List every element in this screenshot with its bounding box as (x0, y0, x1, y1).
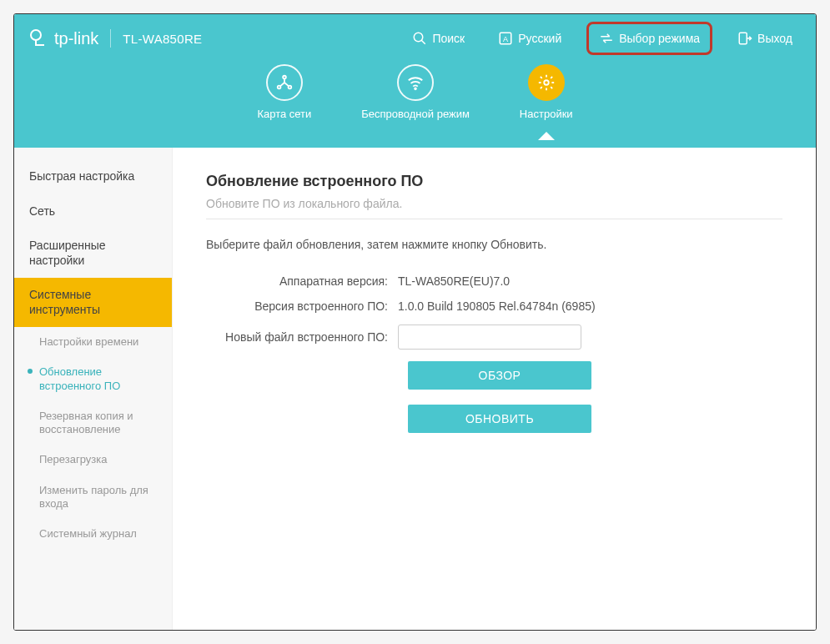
brand-text: tp-link (54, 29, 98, 48)
svg-point-6 (283, 76, 286, 79)
language-label: Русский (518, 32, 561, 45)
svg-point-10 (544, 80, 549, 85)
search-label: Поиск (432, 32, 465, 45)
language-action[interactable]: A Русский (490, 26, 570, 51)
logout-icon (737, 31, 752, 46)
sidebar-sub-password[interactable]: Изменить пароль для входа (14, 475, 172, 520)
sidebar-sub-time[interactable]: Настройки времени (14, 327, 172, 357)
svg-point-0 (31, 30, 41, 40)
svg-rect-5 (739, 33, 747, 44)
logout-label: Выход (757, 32, 792, 45)
tplink-logo-icon (29, 28, 49, 48)
hw-version-value: TL-WA850RE(EU)7.0 (398, 274, 510, 288)
svg-text:A: A (503, 35, 508, 43)
sidebar-sub-syslog[interactable]: Системный журнал (14, 519, 172, 549)
update-button[interactable]: ОБНОВИТЬ (408, 405, 591, 433)
sidebar-sub-reboot[interactable]: Перезагрузка (14, 445, 172, 475)
svg-point-9 (415, 88, 416, 89)
mode-select-action[interactable]: Выбор режима (586, 22, 712, 55)
divider (206, 219, 782, 219)
tab-wireless-label: Беспроводной режим (361, 108, 470, 120)
tab-network-map-label: Карта сети (257, 108, 311, 120)
tab-settings-label: Настройки (520, 108, 573, 120)
browse-button[interactable]: ОБЗОР (408, 361, 591, 390)
instruction-text: Выберите файл обновления, затем нажмите … (206, 238, 782, 251)
mode-icon (599, 31, 614, 46)
sidebar-item-systools[interactable]: Системные инструменты (14, 278, 172, 327)
hw-version-label: Аппаратная версия: (206, 274, 398, 288)
logout-action[interactable]: Выход (729, 26, 801, 51)
search-action[interactable]: Поиск (404, 26, 473, 51)
fw-version-label: Версия встроенного ПО: (206, 299, 398, 313)
tab-wireless[interactable]: Беспроводной режим (361, 64, 470, 120)
brand-logo: tp-link (29, 28, 98, 48)
divider (110, 29, 111, 48)
page-subtitle: Обновите ПО из локального файла. (206, 197, 782, 210)
sidebar-sub-backup[interactable]: Резервная копия и восстановление (14, 401, 172, 445)
language-icon: A (498, 31, 513, 46)
header: tp-link TL-WA850RE Поиск A Русский Выбор… (14, 14, 816, 148)
sidebar-item-advanced[interactable]: Расширенные настройки (14, 229, 172, 278)
svg-point-1 (415, 33, 424, 42)
file-label: Новый файл встроенного ПО: (206, 330, 398, 344)
file-input[interactable] (398, 325, 581, 350)
mode-label: Выбор режима (619, 32, 700, 45)
tab-settings[interactable]: Настройки (520, 64, 573, 120)
wifi-icon (397, 64, 434, 101)
sidebar: Быстрая настройка Сеть Расширенные настр… (14, 148, 173, 630)
sidebar-sub-firmware[interactable]: Обновление встроенного ПО (14, 357, 172, 401)
network-map-icon (266, 64, 303, 101)
page-title: Обновление встроенного ПО (206, 173, 782, 190)
tab-network-map[interactable]: Карта сети (257, 64, 311, 120)
search-icon (412, 31, 427, 46)
model-text: TL-WA850RE (123, 32, 202, 46)
fw-version-value: 1.0.0 Build 190805 Rel.64784n (6985) (398, 299, 596, 313)
content: Обновление встроенного ПО Обновите ПО из… (173, 148, 816, 630)
sidebar-item-network[interactable]: Сеть (14, 194, 172, 229)
gear-icon (528, 64, 565, 101)
sidebar-item-quick-setup[interactable]: Быстрая настройка (14, 159, 172, 194)
svg-line-2 (422, 40, 426, 44)
